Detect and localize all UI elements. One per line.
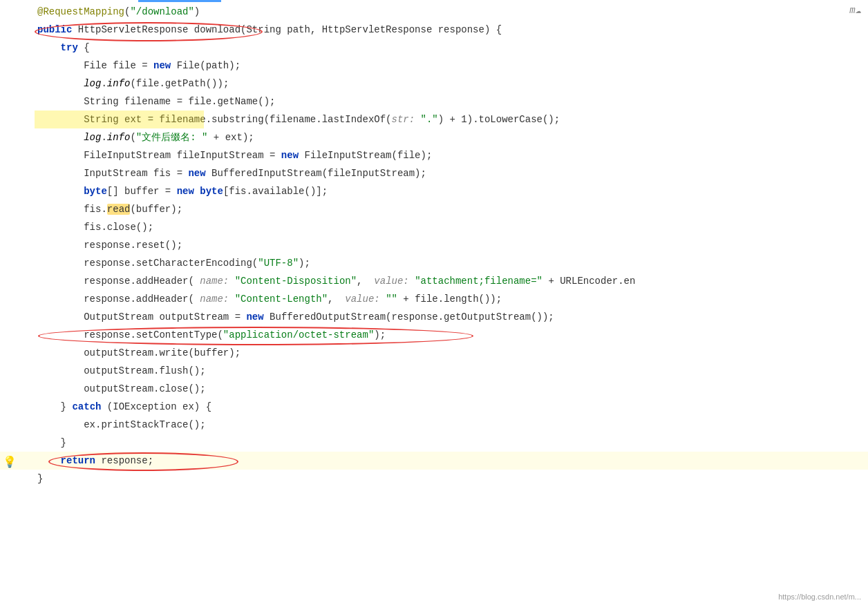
code-line: response.addHeader( name: "Content-Dispo… xyxy=(0,272,868,290)
code-line: String filename = file.getName(); xyxy=(0,93,868,111)
code-line: FileInputStream fileInputStream = new Fi… xyxy=(0,146,868,164)
code-line: outputStream.write(buffer); xyxy=(0,344,868,362)
code-line: try { xyxy=(0,39,868,57)
code-line: response.addHeader( name: "Content-Lengt… xyxy=(0,290,868,308)
watermark: https://blog.csdn.net/m... xyxy=(778,593,861,601)
code-line: log.info(file.getPath()); xyxy=(0,75,868,93)
code-line: response.reset(); xyxy=(0,236,868,254)
code-line-return: 💡 return response; xyxy=(0,452,868,470)
code-line: outputStream.close(); xyxy=(0,380,868,398)
code-line: log.info("文件后缀名: " + ext); xyxy=(0,128,868,146)
code-line-read: fis.read(buffer); xyxy=(0,200,868,218)
code-line: outputStream.flush(); xyxy=(0,362,868,380)
code-line: } xyxy=(0,470,868,488)
code-editor: m☁ @RequestMapping("/download") public H… xyxy=(0,0,868,605)
code-line: ex.printStackTrace(); xyxy=(0,416,868,434)
code-line: File file = new File(path); xyxy=(0,57,868,75)
code-line: @RequestMapping("/download") xyxy=(0,3,868,21)
code-line: response.setCharacterEncoding("UTF-8"); xyxy=(0,254,868,272)
code-line: InputStream fis = new BufferedInputStrea… xyxy=(0,164,868,182)
code-line: byte[] buffer = new byte[fis.available()… xyxy=(0,182,868,200)
code-line-method-sig: public HttpServletResponse download(Stri… xyxy=(0,21,868,39)
code-line: fis.close(); xyxy=(0,218,868,236)
code-line: } xyxy=(0,434,868,452)
code-line: OutputStream outputStream = new Buffered… xyxy=(0,308,868,326)
code-line-content-type: response.setContentType("application/oct… xyxy=(0,326,868,344)
code-line: } catch (IOException ex) { xyxy=(0,398,868,416)
code-area: @RequestMapping("/download") public Http… xyxy=(0,0,868,490)
code-line-ext: String ext = filename.substring(filename… xyxy=(0,111,868,128)
